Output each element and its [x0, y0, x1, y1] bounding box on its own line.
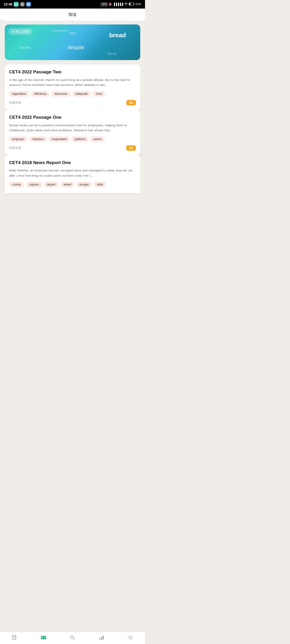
app-icon-1: [20, 2, 25, 7]
status-bar: 22:48 Soul VPN 🔇 ▐▐▐▐▐: [0, 0, 145, 8]
banner-word-stormy: stormy: [107, 52, 117, 55]
article-card[interactable]: CET4 2022 Passage One Social media can b…: [5, 110, 140, 155]
article-tag: adequate: [72, 91, 91, 97]
article-excerpt: Kelly Swisher, an Arkansas woman, escape…: [9, 168, 136, 178]
page-header: 阅读: [0, 8, 145, 21]
banner-word-delicate: delicate: [19, 46, 31, 50]
article-tag: efficiency: [31, 91, 50, 97]
article-tag: slide: [94, 182, 106, 187]
article-list: CET4 2022 Passage Two In the age of the …: [5, 64, 140, 210]
article-title: CET4 2018 News Report One: [9, 160, 136, 166]
main-content: AI 私人阅读 light philosopher delicate despi…: [0, 21, 145, 214]
soul-app-icon: Soul: [14, 2, 19, 7]
card-footer: 四级真题 B1: [9, 100, 136, 106]
status-right: VPN 🔇 ▐▐▐▐▐ 23%: [101, 2, 141, 6]
article-tag: airport: [44, 182, 59, 187]
battery-percent: 23%: [136, 2, 141, 6]
article-tag: intention: [29, 136, 47, 142]
tags-row: regardlessefficiencydiscourseadequatecon…: [9, 91, 136, 97]
article-card[interactable]: CET4 2018 News Report One Kelly Swisher,…: [5, 155, 140, 193]
article-tag: extern: [90, 136, 105, 142]
banner-word-philosopher: philosopher: [52, 29, 68, 32]
article-tag: county: [9, 182, 24, 187]
card-footer: 四级真题 B2: [9, 145, 136, 151]
ai-banner[interactable]: AI 私人阅读 light philosopher delicate despi…: [5, 24, 140, 60]
status-time: 22:48: [4, 2, 12, 6]
battery-icon: [129, 2, 135, 6]
app-icon-2: [26, 2, 31, 7]
level-badge: B2: [126, 145, 136, 151]
mute-icon: 🔇: [108, 2, 112, 6]
svg-point-0: [22, 3, 23, 4]
tags-row: employerintentionrespondentplatformexter…: [9, 136, 136, 142]
article-tag: employer: [9, 136, 27, 142]
article-tag: escape: [76, 182, 92, 187]
article-tag: respondent: [49, 136, 70, 142]
article-card[interactable]: CET4 2022 Passage Two In the age of the …: [5, 64, 140, 110]
tags-row: countycaptureairportwheelescapeslide: [9, 182, 136, 187]
article-tag: wheel: [60, 182, 74, 187]
article-title: CET4 2022 Passage One: [9, 114, 136, 120]
article-tag: platform: [72, 136, 88, 142]
ai-badge-label: AI 私人阅读: [9, 28, 33, 35]
category-label: 四级真题: [9, 100, 22, 105]
article-tag: discourse: [51, 91, 70, 97]
article-tag: regardless: [9, 91, 29, 97]
category-label: 四级真题: [9, 146, 22, 150]
banner-word-despite: despite: [68, 44, 84, 50]
wifi-icon: [124, 2, 128, 6]
banner-word-bread: bread: [109, 32, 126, 39]
svg-rect-2: [129, 3, 130, 5]
article-tag: cons: [93, 91, 105, 97]
article-title: CET4 2022 Passage Two: [9, 69, 136, 75]
article-excerpt: Social media can be a powerful communica…: [9, 123, 136, 133]
svg-rect-3: [134, 3, 134, 5]
level-badge: B1: [126, 100, 136, 106]
page-title: 阅读: [69, 12, 77, 17]
signal-icon: ▐▐▐▐▐: [113, 2, 123, 6]
article-excerpt: In the age of the internet, there's no s…: [9, 78, 136, 88]
vpn-badge: VPN: [101, 2, 108, 6]
status-left: 22:48 Soul: [4, 2, 31, 7]
article-tag: capture: [26, 182, 42, 187]
banner-word-light: light: [70, 31, 76, 35]
